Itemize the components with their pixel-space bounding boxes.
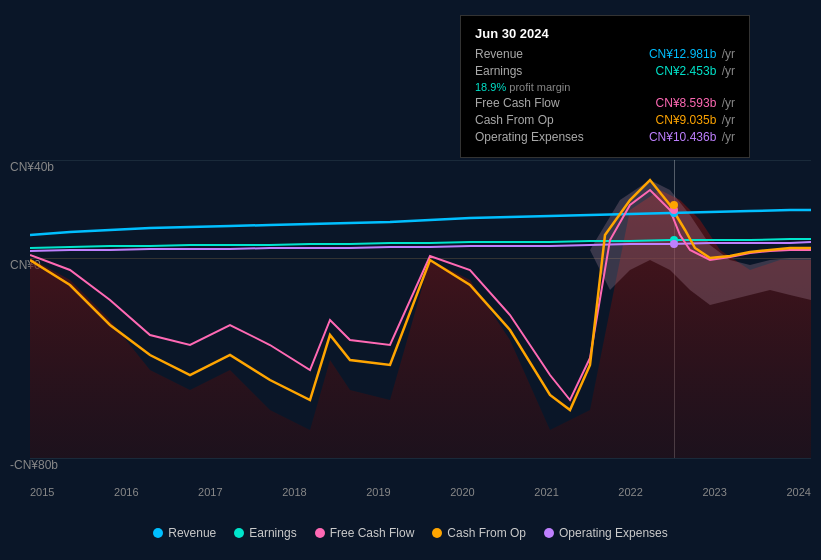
y-label-bot: -CN¥80b bbox=[10, 458, 58, 472]
legend-label-revenue: Revenue bbox=[168, 526, 216, 540]
x-label-2024: 2024 bbox=[786, 486, 810, 498]
chart-container: Jun 30 2024 Revenue CN¥12.981b /yr Earni… bbox=[0, 0, 821, 560]
x-label-2020: 2020 bbox=[450, 486, 474, 498]
legend-label-earnings: Earnings bbox=[249, 526, 296, 540]
legend-dot-fcf bbox=[315, 528, 325, 538]
legend-label-opex: Operating Expenses bbox=[559, 526, 668, 540]
tooltip-value-revenue: CN¥12.981b /yr bbox=[649, 47, 735, 61]
legend-dot-cashfromop bbox=[432, 528, 442, 538]
legend-dot-revenue bbox=[153, 528, 163, 538]
chart-svg bbox=[30, 160, 811, 458]
bottom-gridline bbox=[30, 458, 811, 459]
legend-item-opex[interactable]: Operating Expenses bbox=[544, 526, 668, 540]
legend: Revenue Earnings Free Cash Flow Cash Fro… bbox=[0, 526, 821, 540]
tooltip-row-cashfromop: Cash From Op CN¥9.035b /yr bbox=[475, 113, 735, 127]
x-label-2015: 2015 bbox=[30, 486, 54, 498]
x-label-2018: 2018 bbox=[282, 486, 306, 498]
x-axis: 2015 2016 2017 2018 2019 2020 2021 2022 … bbox=[30, 486, 811, 498]
tooltip-profit-margin: 18.9% profit margin bbox=[475, 81, 570, 93]
tooltip-label-earnings: Earnings bbox=[475, 64, 522, 78]
dot-opex bbox=[670, 240, 678, 248]
tooltip-row-opex: Operating Expenses CN¥10.436b /yr bbox=[475, 130, 735, 144]
legend-label-cashfromop: Cash From Op bbox=[447, 526, 526, 540]
tooltip-value-opex: CN¥10.436b /yr bbox=[649, 130, 735, 144]
legend-item-revenue[interactable]: Revenue bbox=[153, 526, 216, 540]
legend-dot-opex bbox=[544, 528, 554, 538]
dot-cashfromop bbox=[670, 201, 678, 209]
tooltip-label-fcf: Free Cash Flow bbox=[475, 96, 560, 110]
legend-item-earnings[interactable]: Earnings bbox=[234, 526, 296, 540]
tooltip-value-earnings: CN¥2.453b /yr bbox=[656, 64, 735, 78]
legend-dot-earnings bbox=[234, 528, 244, 538]
tooltip-row-margin: 18.9% profit margin bbox=[475, 81, 735, 93]
tooltip-row-earnings: Earnings CN¥2.453b /yr bbox=[475, 64, 735, 78]
tooltip-label-opex: Operating Expenses bbox=[475, 130, 584, 144]
tooltip-label-revenue: Revenue bbox=[475, 47, 523, 61]
tooltip-date: Jun 30 2024 bbox=[475, 26, 735, 41]
x-label-2022: 2022 bbox=[618, 486, 642, 498]
tooltip: Jun 30 2024 Revenue CN¥12.981b /yr Earni… bbox=[460, 15, 750, 158]
tooltip-row-revenue: Revenue CN¥12.981b /yr bbox=[475, 47, 735, 61]
x-label-2021: 2021 bbox=[534, 486, 558, 498]
x-label-2019: 2019 bbox=[366, 486, 390, 498]
legend-item-cashfromop[interactable]: Cash From Op bbox=[432, 526, 526, 540]
x-label-2017: 2017 bbox=[198, 486, 222, 498]
tooltip-label-cashfromop: Cash From Op bbox=[475, 113, 554, 127]
tooltip-row-fcf: Free Cash Flow CN¥8.593b /yr bbox=[475, 96, 735, 110]
x-label-2023: 2023 bbox=[702, 486, 726, 498]
tooltip-value-cashfromop: CN¥9.035b /yr bbox=[656, 113, 735, 127]
legend-item-fcf[interactable]: Free Cash Flow bbox=[315, 526, 415, 540]
tooltip-value-fcf: CN¥8.593b /yr bbox=[656, 96, 735, 110]
legend-label-fcf: Free Cash Flow bbox=[330, 526, 415, 540]
x-label-2016: 2016 bbox=[114, 486, 138, 498]
